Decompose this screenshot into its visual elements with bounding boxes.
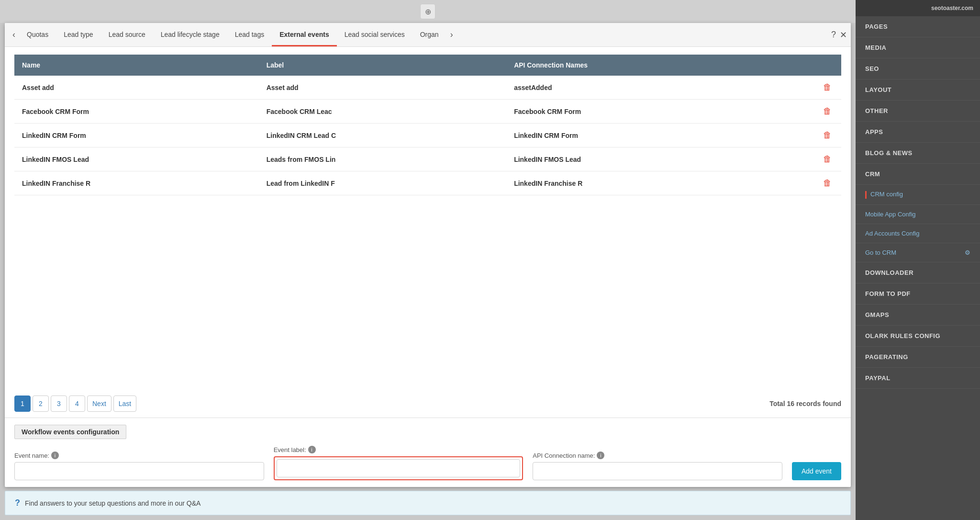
page-btn-1[interactable]: 1 — [14, 396, 31, 412]
drag-handle-icon[interactable]: ⊕ — [420, 4, 435, 19]
sidebar-item-form-to-pdf[interactable]: FORM TO PDF — [856, 283, 980, 305]
tab-lead-type[interactable]: Lead type — [56, 24, 101, 46]
page-btn-3[interactable]: 3 — [51, 396, 67, 412]
tab-lead-lifecycle[interactable]: Lead lifecycle stage — [153, 24, 227, 46]
tab-lead-source[interactable]: Lead source — [101, 24, 153, 46]
event-label-input[interactable] — [277, 459, 521, 477]
table-header-row: Name Label API Connection Names — [14, 55, 841, 76]
close-button[interactable]: ✕ — [840, 30, 847, 40]
main-panel: ‹ Quotas Lead type Lead source Lead life… — [5, 23, 851, 487]
sidebar-item-pages[interactable]: PAGES — [856, 16, 980, 37]
sidebar-logo: seotoaster.com — [856, 0, 980, 16]
cell-name: Facebook CRM Form — [14, 100, 259, 124]
add-event-button[interactable]: Add event — [792, 462, 841, 480]
tabs-bar: ‹ Quotas Lead type Lead source Lead life… — [5, 23, 851, 47]
col-api: API Connection Names — [506, 55, 766, 76]
api-connection-info-icon[interactable]: i — [597, 452, 604, 459]
api-connection-label: API Connection name: i — [533, 452, 782, 459]
cell-name: Asset add — [14, 76, 259, 100]
drag-handle-bar: ⊕ — [0, 0, 856, 23]
page-btn-4[interactable]: 4 — [69, 396, 85, 412]
cell-name: LinkedIN FMOS Lead — [14, 147, 259, 171]
event-name-info-icon[interactable]: i — [51, 452, 59, 459]
cell-delete: 🗑 — [766, 100, 841, 124]
sidebar-item-pagerating[interactable]: PAGERATING — [856, 347, 980, 368]
event-label-group: Event label: i — [274, 446, 523, 480]
table-row: LinkedIN CRM Form LinkedIN CRM Lead C Li… — [14, 124, 841, 147]
sidebar-logo-text: seotoaster.com — [862, 5, 973, 11]
qa-text: Find answers to your setup questions and… — [25, 499, 200, 507]
sidebar-item-blog-news[interactable]: BLOG & NEWS — [856, 143, 980, 164]
api-connection-input[interactable] — [533, 462, 782, 480]
cell-name: LinkedIN Franchise R — [14, 171, 259, 195]
cell-label: Facebook CRM Leac — [259, 100, 506, 124]
qa-icon: ? — [15, 498, 20, 508]
tab-next-button[interactable]: › — [446, 30, 457, 40]
cell-label: Leads from FMOS Lin — [259, 147, 506, 171]
sidebar-sub-item-crm-config[interactable]: CRM config — [856, 185, 980, 205]
tab-organ[interactable]: Organ — [412, 24, 446, 46]
total-records: Total 16 records found — [769, 400, 841, 407]
sidebar-item-layout[interactable]: LAYOUT — [856, 79, 980, 101]
page-btn-2[interactable]: 2 — [33, 396, 49, 412]
event-name-input[interactable] — [14, 462, 264, 480]
delete-button[interactable]: 🗑 — [823, 178, 832, 188]
events-table: Name Label API Connection Names Asset ad… — [14, 55, 841, 195]
sidebar-item-gmaps[interactable]: GMAPS — [856, 305, 980, 326]
sidebar-sub-item-go-to-crm[interactable]: Go to CRM⚙ — [856, 243, 980, 262]
sidebar-item-paypal[interactable]: PAYPAL — [856, 368, 980, 389]
next-button[interactable]: Next — [87, 396, 111, 412]
sidebar: seotoaster.com PAGESMEDIASEOLAYOUTOTHERA… — [856, 0, 980, 520]
help-button[interactable]: ? — [831, 30, 836, 40]
cell-label: LinkedIN CRM Lead C — [259, 124, 506, 147]
cell-delete: 🗑 — [766, 171, 841, 195]
delete-button[interactable]: 🗑 — [823, 106, 832, 116]
tab-prev-button[interactable]: ‹ — [9, 30, 19, 40]
sidebar-item-apps[interactable]: APPS — [856, 122, 980, 143]
sidebar-item-media[interactable]: MEDIA — [856, 37, 980, 58]
cell-delete: 🗑 — [766, 124, 841, 147]
workflow-config-title: Workflow events configuration — [14, 425, 126, 439]
tab-lead-social[interactable]: Lead social services — [337, 24, 412, 46]
cell-api: LinkedIN FMOS Lead — [506, 147, 766, 171]
cell-delete: 🗑 — [766, 147, 841, 171]
sidebar-item-olark-rules-config[interactable]: OLARK RULES CONFIG — [856, 326, 980, 347]
active-indicator — [865, 191, 867, 199]
table-row: Facebook CRM Form Facebook CRM Leac Face… — [14, 100, 841, 124]
cell-api: Facebook CRM Form — [506, 100, 766, 124]
tab-quotas[interactable]: Quotas — [19, 24, 56, 46]
sidebar-item-downloader[interactable]: DOWNLOADER — [856, 262, 980, 283]
api-connection-group: API Connection name: i — [533, 452, 782, 480]
tabs-actions: ? ✕ — [831, 30, 847, 40]
table-row: LinkedIN FMOS Lead Leads from FMOS Lin L… — [14, 147, 841, 171]
gear-icon[interactable]: ⚙ — [965, 249, 970, 256]
sidebar-sub-item-mobile-app-config[interactable]: Mobile App Config — [856, 205, 980, 224]
sidebar-item-seo[interactable]: SEO — [856, 58, 980, 79]
cell-api: LinkedIN CRM Form — [506, 124, 766, 147]
col-actions — [766, 55, 841, 76]
event-label-highlight — [274, 456, 523, 480]
delete-button[interactable]: 🗑 — [823, 82, 832, 92]
last-button[interactable]: Last — [113, 396, 136, 412]
tab-lead-tags[interactable]: Lead tags — [227, 24, 272, 46]
tab-external-events[interactable]: External events — [272, 24, 337, 46]
sidebar-item-crm[interactable]: CRM — [856, 164, 980, 185]
cell-delete: 🗑 — [766, 76, 841, 100]
col-label: Label — [259, 55, 506, 76]
cell-api: LinkedIN Franchise R — [506, 171, 766, 195]
qa-bar[interactable]: ? Find answers to your setup questions a… — [5, 491, 851, 515]
workflow-fields: Event name: i Event label: i — [14, 446, 841, 480]
event-label-label: Event label: i — [274, 446, 523, 453]
cell-name: LinkedIN CRM Form — [14, 124, 259, 147]
delete-button[interactable]: 🗑 — [823, 154, 832, 164]
table-container: Name Label API Connection Names Asset ad… — [5, 47, 851, 390]
event-name-group: Event name: i — [14, 452, 264, 480]
table-row: LinkedIN Franchise R Lead from LinkedIN … — [14, 171, 841, 195]
delete-button[interactable]: 🗑 — [823, 130, 832, 140]
pagination-row: 1 2 3 4 Next Last Total 16 records found — [5, 390, 851, 418]
event-name-label: Event name: i — [14, 452, 264, 459]
event-label-info-icon[interactable]: i — [308, 446, 316, 453]
sidebar-item-other[interactable]: OTHER — [856, 101, 980, 122]
workflow-config-section: Workflow events configuration Event name… — [5, 418, 851, 487]
sidebar-sub-item-ad-accounts-config[interactable]: Ad Accounts Config — [856, 224, 980, 243]
